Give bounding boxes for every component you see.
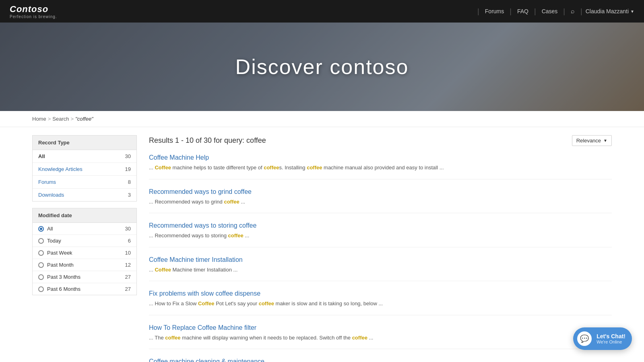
results-area: Results 1 - 10 of 30 for query: coffee R… <box>149 135 612 362</box>
sidebar-item-all-label: All <box>38 153 45 159</box>
date-filter-past-week[interactable]: Past Week 10 <box>33 247 136 259</box>
radio-left-today: Today <box>38 238 61 244</box>
logo-title: Contoso <box>10 4 57 14</box>
result-item: How To Replace Coffee Machine filter... … <box>149 324 612 350</box>
sidebar-item-downloads[interactable]: Downloads 3 <box>33 189 136 201</box>
date-filter-past-month[interactable]: Past Month 12 <box>33 259 136 271</box>
radio-past-month-label: Past Month <box>47 262 74 268</box>
radio-past-week-count: 10 <box>125 250 131 256</box>
breadcrumb-current: "coffee" <box>75 116 93 122</box>
chat-title: Let's Chat! <box>597 333 625 339</box>
result-snippet: ... Coffee machine helps to taste differ… <box>149 164 612 172</box>
nav-cases-link[interactable]: Cases <box>539 8 560 14</box>
result-item: Coffee Machine timer Installation... Cof… <box>149 256 612 282</box>
radio-all-label: All <box>47 226 53 232</box>
date-filter-today[interactable]: Today 6 <box>33 235 136 247</box>
result-item: Fix problems with slow coffee dispense..… <box>149 290 612 315</box>
nav-sep-5: | <box>580 7 582 16</box>
user-menu[interactable]: Claudia Mazzanti ▼ <box>586 8 634 14</box>
main-layout: Record Type All 30 Knowledge Articles 19… <box>0 127 644 362</box>
result-title[interactable]: How To Replace Coffee Machine filter <box>149 324 612 331</box>
result-item: Coffee machine cleaning & maintenance...… <box>149 358 612 362</box>
radio-left-all: All <box>38 226 53 232</box>
radio-past-3months-count: 27 <box>125 274 131 280</box>
sidebar-item-downloads-count: 3 <box>128 192 131 198</box>
radio-past-6months-label: Past 6 Months <box>47 286 80 292</box>
date-filter-past-6months[interactable]: Past 6 Months 27 <box>33 283 136 295</box>
sidebar-item-downloads-label: Downloads <box>38 192 64 198</box>
sidebar-item-knowledge[interactable]: Knowledge Articles 19 <box>33 163 136 176</box>
breadcrumb-home[interactable]: Home <box>32 116 46 122</box>
result-snippet: ... Coffee Machine timer Installation ..… <box>149 266 612 274</box>
hero-banner: Discover contoso <box>0 23 644 111</box>
sidebar-item-knowledge-label: Knowledge Articles <box>38 166 83 172</box>
sidebar-item-forums[interactable]: Forums 8 <box>33 176 136 189</box>
radio-all-icon <box>38 226 44 232</box>
radio-today-label: Today <box>47 238 61 244</box>
breadcrumb-sep-1: > <box>48 116 51 122</box>
chat-widget[interactable]: 💬 Let's Chat! We're Online <box>573 327 632 350</box>
radio-left-past-week: Past Week <box>38 250 72 256</box>
result-title[interactable]: Recommended ways to storing coffee <box>149 222 612 229</box>
radio-left-past-3months: Past 3 Months <box>38 274 80 280</box>
result-title[interactable]: Coffee Machine timer Installation <box>149 256 612 263</box>
results-header: Results 1 - 10 of 30 for query: coffee R… <box>149 135 612 146</box>
nav-faq-link[interactable]: FAQ <box>515 8 531 14</box>
search-icon[interactable]: ⌕ <box>568 8 577 15</box>
chat-subtitle: We're Online <box>597 339 625 344</box>
radio-past-6months-icon <box>38 286 44 292</box>
breadcrumb-sep-2: > <box>70 116 74 122</box>
logo[interactable]: Contoso Perfection is brewing. <box>10 4 57 19</box>
sort-label: Relevance <box>576 138 601 144</box>
date-filter-past-3months[interactable]: Past 3 Months 27 <box>33 271 136 283</box>
sidebar-item-knowledge-count: 19 <box>125 166 131 172</box>
result-snippet: ... Recommended ways to storing coffee .… <box>149 232 612 240</box>
record-type-section: Record Type All 30 Knowledge Articles 19… <box>32 135 137 202</box>
result-item: Recommended ways to storing coffee... Re… <box>149 222 612 247</box>
result-title[interactable]: Coffee machine cleaning & maintenance <box>149 358 612 362</box>
user-name: Claudia Mazzanti <box>586 8 629 14</box>
result-title[interactable]: Coffee Machine Help <box>149 154 612 161</box>
hero-title: Discover contoso <box>235 55 409 79</box>
sidebar: Record Type All 30 Knowledge Articles 19… <box>32 135 137 362</box>
sidebar-item-forums-count: 8 <box>128 179 131 185</box>
radio-past-6months-count: 27 <box>125 286 131 292</box>
result-item: Coffee Machine Help... Coffee machine he… <box>149 154 612 179</box>
radio-past-week-label: Past Week <box>47 250 72 256</box>
navbar: Contoso Perfection is brewing. | Forums … <box>0 0 644 23</box>
nav-sep-3: | <box>534 7 536 16</box>
result-snippet: ... The coffee machine will display warn… <box>149 334 612 342</box>
sidebar-item-all[interactable]: All 30 <box>33 150 136 163</box>
radio-all-count: 30 <box>125 226 131 232</box>
radio-past-month-icon <box>38 262 44 268</box>
result-title[interactable]: Fix problems with slow coffee dispense <box>149 290 612 297</box>
radio-left-past-6months: Past 6 Months <box>38 286 80 292</box>
radio-past-month-count: 12 <box>125 262 131 268</box>
sidebar-item-all-count: 30 <box>125 153 131 159</box>
breadcrumb: Home > Search > "coffee" <box>0 111 644 127</box>
breadcrumb-search[interactable]: Search <box>52 116 69 122</box>
results-list: Coffee Machine Help... Coffee machine he… <box>149 154 612 362</box>
nav-sep-2: | <box>510 7 512 16</box>
chat-icon: 💬 <box>577 331 592 346</box>
radio-today-icon <box>38 238 44 244</box>
user-caret-icon: ▼ <box>630 9 634 14</box>
radio-today-count: 6 <box>128 238 131 244</box>
chat-text: Let's Chat! We're Online <box>597 333 625 344</box>
nav-sep-4: | <box>563 7 565 16</box>
result-title[interactable]: Recommended ways to grind coffee <box>149 188 612 195</box>
modified-date-section: Modified date All 30 Today 6 Past Week <box>32 208 137 295</box>
radio-past-week-icon <box>38 250 44 256</box>
record-type-header: Record Type <box>33 136 136 150</box>
nav-forums-link[interactable]: Forums <box>483 8 506 14</box>
radio-past-3months-label: Past 3 Months <box>47 274 80 280</box>
results-summary: Results 1 - 10 of 30 for query: coffee <box>149 136 266 145</box>
date-filter-all[interactable]: All 30 <box>33 223 136 235</box>
logo-subtitle: Perfection is brewing. <box>10 14 57 19</box>
sidebar-item-forums-label: Forums <box>38 179 56 185</box>
modified-date-header: Modified date <box>33 208 136 223</box>
result-snippet: ... How to Fix a Slow Coffee Pot Let's s… <box>149 300 612 308</box>
sort-dropdown[interactable]: Relevance ▼ <box>572 135 612 146</box>
sort-caret-icon: ▼ <box>603 138 607 143</box>
result-item: Recommended ways to grind coffee... Reco… <box>149 188 612 214</box>
